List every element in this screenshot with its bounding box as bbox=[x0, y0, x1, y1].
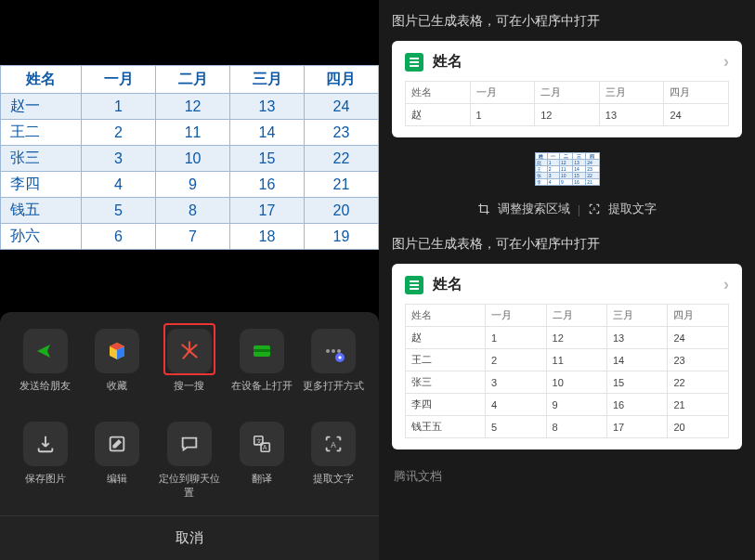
cell: 一月 bbox=[470, 82, 535, 104]
share-to-friend-button[interactable]: 发送给朋友 bbox=[14, 329, 77, 405]
cell: 22 bbox=[668, 371, 729, 394]
cell: 24 bbox=[664, 104, 729, 126]
cell: 12 bbox=[535, 104, 600, 126]
cell: 14 bbox=[230, 120, 305, 146]
cell: 2 bbox=[82, 120, 156, 146]
col-header: 四月 bbox=[304, 66, 378, 94]
label: 编辑 bbox=[107, 472, 127, 498]
cell: 10 bbox=[546, 371, 606, 394]
cell: 16 bbox=[607, 394, 668, 416]
translate-button[interactable]: 文A 翻译 bbox=[230, 422, 293, 499]
action-sheet: 发送给朋友 收藏 搜一搜 在设备上打开 更多打开方式 bbox=[0, 312, 379, 560]
cell: 24 bbox=[304, 94, 378, 120]
col-header: 二月 bbox=[156, 66, 230, 94]
sheet-icon bbox=[405, 276, 423, 294]
cell: 李四 bbox=[1, 172, 82, 198]
label: 在设备上打开 bbox=[231, 379, 293, 405]
more-icon bbox=[311, 329, 356, 373]
cell: 9 bbox=[546, 394, 606, 416]
cell: 二月 bbox=[546, 305, 606, 327]
download-icon bbox=[23, 422, 68, 466]
sheet-icon bbox=[405, 53, 423, 72]
adjust-search-area-button[interactable]: 调整搜索区域 bbox=[498, 201, 570, 217]
card-title: 姓名 bbox=[433, 52, 462, 72]
svg-text:A: A bbox=[331, 441, 336, 449]
cell: 22 bbox=[304, 146, 378, 172]
svg-point-0 bbox=[188, 349, 191, 353]
label: 搜一搜 bbox=[174, 379, 204, 405]
cell: 一月 bbox=[486, 305, 546, 327]
locate-in-chat-button[interactable]: 定位到聊天位置 bbox=[158, 422, 221, 499]
cell: 8 bbox=[546, 416, 606, 438]
cell: 20 bbox=[668, 416, 729, 438]
label: 更多打开方式 bbox=[303, 379, 364, 405]
source-thumbnail: 姓一二三四赵1121324王2111423张3101522李491621 bbox=[535, 152, 600, 186]
label: 翻译 bbox=[252, 472, 272, 498]
cube-icon bbox=[95, 329, 139, 373]
cell: 13 bbox=[599, 104, 664, 126]
edit-icon bbox=[95, 422, 139, 466]
label: 保存图片 bbox=[25, 472, 66, 498]
cell: 4 bbox=[82, 172, 156, 198]
divider: | bbox=[578, 202, 580, 216]
cell: 王二 bbox=[406, 349, 486, 371]
cancel-button[interactable]: 取消 bbox=[0, 515, 379, 560]
cell: 王二 bbox=[1, 120, 82, 146]
search-sousou-button[interactable]: 搜一搜 bbox=[158, 329, 221, 405]
extract-text-button[interactable]: A 提取文字 bbox=[302, 422, 365, 499]
cell: 23 bbox=[304, 120, 378, 146]
cell: 姓名 bbox=[406, 82, 471, 104]
chevron-right-icon: › bbox=[723, 275, 729, 294]
cell: 1 bbox=[486, 327, 546, 349]
cell: 17 bbox=[607, 416, 668, 438]
cell: 二月 bbox=[535, 82, 600, 104]
result-card-2[interactable]: 姓名 › 姓名一月二月三月四月 赵1121324 王二2111423 张三310… bbox=[392, 264, 742, 449]
cell: 三月 bbox=[599, 82, 664, 104]
chat-icon bbox=[167, 422, 212, 466]
cell: 四月 bbox=[664, 82, 729, 104]
edit-button[interactable]: 编辑 bbox=[85, 422, 149, 499]
cell: 24 bbox=[668, 327, 729, 349]
card-title: 姓名 bbox=[433, 275, 462, 294]
cell: 钱五 bbox=[1, 198, 82, 224]
cell: 张三 bbox=[1, 146, 82, 172]
cell: 8 bbox=[156, 198, 230, 224]
more-open-methods-button[interactable]: 更多打开方式 bbox=[302, 329, 365, 405]
favorite-button[interactable]: 收藏 bbox=[85, 329, 149, 405]
share-icon bbox=[23, 329, 68, 373]
cell: 15 bbox=[607, 371, 668, 394]
cell: 四月 bbox=[668, 305, 729, 327]
cell: 2 bbox=[486, 349, 546, 371]
cell: 李四 bbox=[406, 394, 486, 416]
cell: 钱王五 bbox=[406, 416, 486, 438]
cell: 18 bbox=[230, 224, 305, 250]
translate-icon: 文A bbox=[240, 422, 284, 466]
cell: 12 bbox=[546, 327, 606, 349]
open-on-device-button[interactable]: 在设备上打开 bbox=[230, 329, 293, 405]
cell: 孙六 bbox=[1, 224, 82, 250]
cell: 10 bbox=[156, 146, 230, 172]
source-table-image: 姓名 一月 二月 三月 四月 赵一1121324 王二2111423 张三310… bbox=[0, 65, 379, 250]
result-card-1[interactable]: 姓名 › 姓名一月二月三月四月 赵1121324 bbox=[392, 41, 742, 137]
svg-point-5 bbox=[337, 349, 341, 353]
save-image-button[interactable]: 保存图片 bbox=[14, 422, 77, 499]
col-header: 姓名 bbox=[1, 66, 82, 94]
label: 发送给朋友 bbox=[20, 379, 71, 405]
cell: 赵 bbox=[406, 327, 486, 349]
cell: 赵 bbox=[406, 104, 471, 126]
brand-label: 腾讯文档 bbox=[392, 461, 742, 492]
ocr-icon: A bbox=[588, 202, 601, 215]
tools-row: 调整搜索区域 | A 提取文字 bbox=[392, 201, 742, 217]
cell: 1 bbox=[470, 104, 535, 126]
cell: 20 bbox=[304, 198, 378, 224]
svg-text:A: A bbox=[262, 445, 267, 451]
result-notice-2: 图片已生成表格，可在小程序中打开 bbox=[392, 236, 742, 253]
extract-text-button-2[interactable]: 提取文字 bbox=[608, 201, 657, 217]
label: 定位到聊天位置 bbox=[158, 472, 221, 499]
col-header: 一月 bbox=[82, 66, 156, 94]
cell: 赵一 bbox=[1, 94, 82, 120]
svg-text:文: 文 bbox=[255, 437, 261, 444]
action-row-1: 发送给朋友 收藏 搜一搜 在设备上打开 更多打开方式 bbox=[9, 329, 370, 405]
cell: 19 bbox=[304, 224, 378, 250]
cell: 15 bbox=[230, 146, 305, 172]
